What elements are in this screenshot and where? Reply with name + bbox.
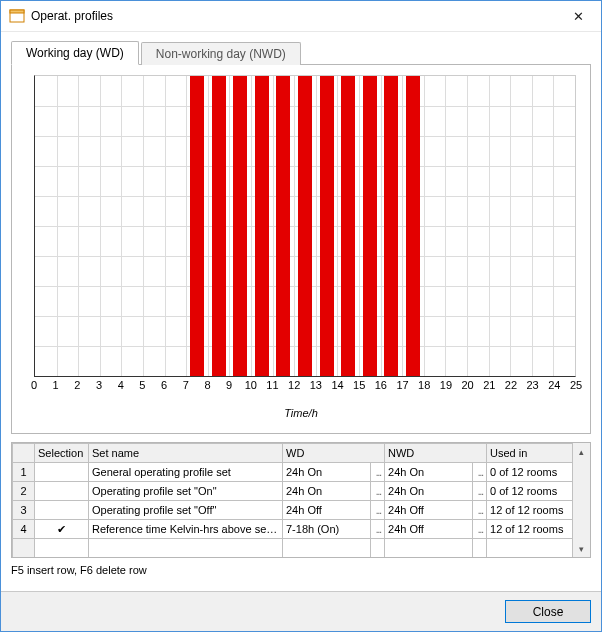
cell-nwd[interactable]: 24h Off [385,501,473,520]
grid-v [251,76,252,376]
grid-v [402,76,403,376]
chart-bar [233,76,247,376]
cell-selection[interactable] [35,482,89,501]
chart-bar [276,76,290,376]
cell-nwd-picker[interactable]: ... [473,501,487,520]
chart-bar [363,76,377,376]
x-tick-label: 19 [440,379,452,391]
x-tick-label: 0 [31,379,37,391]
header-used-in[interactable]: Used in [487,444,572,463]
grid-v [100,76,101,376]
table-row[interactable]: 2Operating profile set "On"24h On...24h … [13,482,573,501]
x-tick-label: 6 [161,379,167,391]
table-row[interactable]: 3Operating profile set "Off"24h Off...24… [13,501,573,520]
cell-nwd[interactable] [385,539,473,558]
cell-selection[interactable] [35,539,89,558]
cell-wd[interactable]: 24h Off [283,501,371,520]
close-button[interactable]: Close [505,600,591,623]
cell-wd-picker[interactable]: ... [371,463,385,482]
ellipsis-icon: ... [478,505,483,516]
x-tick-label: 10 [245,379,257,391]
x-tick-label: 22 [505,379,517,391]
ellipsis-icon: ... [478,524,483,535]
cell-wd[interactable]: 7-18h (On) [283,520,371,539]
cell-set-name[interactable]: Operating profile set "Off" [89,501,283,520]
grid-v [165,76,166,376]
cell-selection[interactable] [35,501,89,520]
grid-v [121,76,122,376]
close-button-label: Close [533,605,564,619]
cell-set-name[interactable]: Operating profile set "On" [89,482,283,501]
table-row-empty[interactable] [13,539,573,558]
close-icon: ✕ [573,9,584,24]
x-tick-label: 8 [204,379,210,391]
x-tick-label: 18 [418,379,430,391]
profile-table-scroll: Selection Set name WD NWD Used in 1Gener… [12,443,572,557]
ellipsis-icon: ... [478,486,483,497]
grid-v [510,76,511,376]
grid-v [57,76,58,376]
cell-nwd[interactable]: 24h Off [385,520,473,539]
table-row[interactable]: 4✔Reference time Kelvin-hrs above set p.… [13,520,573,539]
content-area: Working day (WD) Non-working day (NWD) 0… [1,32,601,591]
cell-wd[interactable]: 24h On [283,463,371,482]
cell-nwd-picker[interactable] [473,539,487,558]
ellipsis-icon: ... [376,486,381,497]
cell-nwd[interactable]: 24h On [385,463,473,482]
row-number: 2 [13,482,35,501]
cell-used-in[interactable]: 0 of 12 rooms [487,463,572,482]
scroll-up-icon[interactable]: ▴ [573,443,590,460]
cell-wd[interactable] [283,539,371,558]
tab-label: Working day (WD) [26,46,124,60]
cell-used-in[interactable] [487,539,572,558]
chart-bar [298,76,312,376]
row-number: 4 [13,520,35,539]
cell-nwd-picker[interactable]: ... [473,482,487,501]
cell-wd[interactable]: 24h On [283,482,371,501]
cell-nwd-picker[interactable]: ... [473,463,487,482]
cell-nwd-picker[interactable]: ... [473,520,487,539]
table-scrollbar[interactable]: ▴ ▾ [572,443,590,557]
tab-label: Non-working day (NWD) [156,47,286,61]
x-tick-label: 15 [353,379,365,391]
cell-used-in[interactable]: 12 of 12 rooms [487,501,572,520]
x-tick-label: 2 [74,379,80,391]
tab-working-day[interactable]: Working day (WD) [11,41,139,65]
header-wd[interactable]: WD [283,444,385,463]
cell-selection[interactable] [35,463,89,482]
header-set-name[interactable]: Set name [89,444,283,463]
cell-wd-picker[interactable] [371,539,385,558]
tabstrip: Working day (WD) Non-working day (NWD) [11,38,591,64]
cell-used-in[interactable]: 12 of 12 rooms [487,520,572,539]
scroll-down-icon[interactable]: ▾ [573,540,590,557]
window-close-button[interactable]: ✕ [556,1,601,31]
cell-wd-picker[interactable]: ... [371,482,385,501]
cell-set-name[interactable]: Reference time Kelvin-hrs above set p... [89,520,283,539]
cell-set-name[interactable] [89,539,283,558]
chart-bar [384,76,398,376]
x-tick-label: 4 [118,379,124,391]
x-tick-label: 21 [483,379,495,391]
table-row[interactable]: 1General operating profile set24h On...2… [13,463,573,482]
x-tick-label: 24 [548,379,560,391]
header-selection[interactable]: Selection [35,444,89,463]
grid-v [316,76,317,376]
cell-set-name[interactable]: General operating profile set [89,463,283,482]
cell-wd-picker[interactable]: ... [371,520,385,539]
x-tick-label: 14 [331,379,343,391]
cell-nwd[interactable]: 24h On [385,482,473,501]
cell-selection[interactable]: ✔ [35,520,89,539]
grid-v [489,76,490,376]
x-tick-label: 3 [96,379,102,391]
grid-v [532,76,533,376]
tab-non-working-day[interactable]: Non-working day (NWD) [141,42,301,65]
row-number: 1 [13,463,35,482]
grid-v [337,76,338,376]
chart-x-label: Time/h [22,407,580,419]
svg-rect-1 [10,10,24,13]
chart-bar [406,76,420,376]
cell-wd-picker[interactable]: ... [371,501,385,520]
app-icon [9,8,25,24]
header-nwd[interactable]: NWD [385,444,487,463]
cell-used-in[interactable]: 0 of 12 rooms [487,482,572,501]
